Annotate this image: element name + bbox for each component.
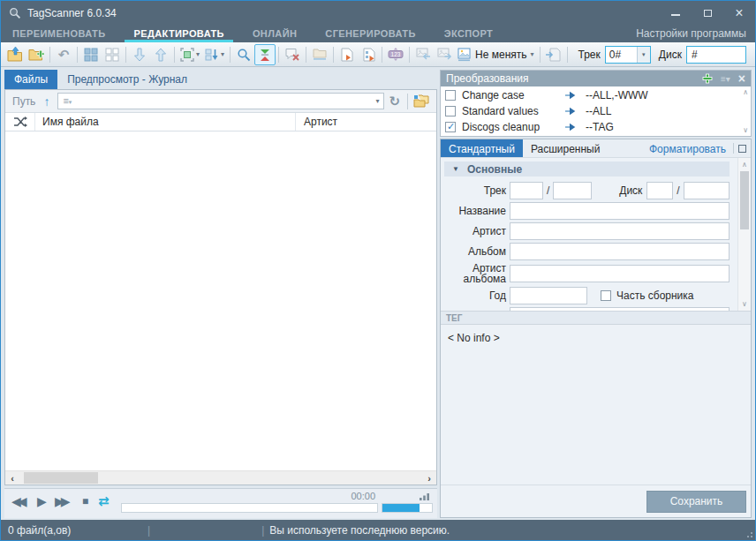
transform-checkbox[interactable]	[445, 122, 456, 132]
import-cover-button[interactable]	[412, 44, 434, 65]
track-pattern-combo[interactable]: 0# ▾	[605, 46, 651, 64]
preview-doc-button[interactable]	[336, 44, 358, 65]
tab-standard[interactable]: Стандартный	[441, 139, 523, 157]
volume-slider[interactable]	[382, 503, 433, 513]
vscroll-thumb[interactable]	[740, 171, 749, 229]
transform-checkbox[interactable]	[445, 106, 456, 116]
folder-tree-button[interactable]	[411, 93, 432, 110]
menu-export[interactable]: ЭКСПОРТ	[442, 25, 496, 42]
path-menu-icon[interactable]: ≡▾	[63, 96, 72, 106]
chevron-down-icon[interactable]: ▾	[375, 97, 379, 105]
file-list[interactable]	[5, 131, 436, 470]
fast-forward-button[interactable]: ▶▶	[55, 495, 66, 507]
album-artist-input[interactable]	[510, 265, 730, 282]
album-artist-row: Артист альбома	[444, 263, 730, 284]
menu-edit[interactable]: РЕДАКТИРОВАТЬ	[131, 25, 226, 42]
path-combo[interactable]: ≡▾ ▾	[57, 93, 384, 109]
repeat-icon[interactable]: ⇄	[98, 494, 110, 507]
resize-grip[interactable]	[745, 530, 752, 537]
menu-settings[interactable]: Настройки программы	[636, 25, 746, 42]
album-input[interactable]	[510, 243, 730, 260]
scroll-right-icon[interactable]: ›	[422, 471, 436, 485]
artist-input[interactable]	[510, 222, 730, 240]
tab-files[interactable]: Файлы	[4, 70, 57, 89]
refresh-icon[interactable]: ↻	[389, 94, 400, 109]
transforms-menu-icon[interactable]: ≡▾	[721, 74, 730, 84]
arrow-down-icon	[133, 48, 146, 62]
tag-section-bar[interactable]: ТЕГ	[441, 311, 751, 325]
autonumber-button[interactable]: 123	[385, 44, 406, 65]
search-button[interactable]	[233, 44, 254, 65]
panel-expand-icon[interactable]	[738, 145, 746, 153]
disc-number-input[interactable]	[646, 182, 673, 199]
year-input[interactable]	[510, 287, 587, 304]
play-button[interactable]: ▶	[37, 495, 47, 507]
add-folder-button[interactable]	[26, 44, 47, 65]
column-header-filename[interactable]: Имя файла	[35, 113, 296, 131]
menu-online[interactable]: ОНЛАЙН	[250, 25, 299, 42]
check-order-button[interactable]: ▾	[202, 44, 227, 65]
seek-bar[interactable]	[121, 503, 378, 513]
preview-list-button[interactable]	[358, 44, 379, 65]
scroll-down-icon[interactable]: ∨	[738, 298, 751, 310]
selection-menu-button[interactable]: ▾	[178, 44, 202, 65]
transform-row[interactable]: Discogs cleanup --TAG	[441, 119, 751, 135]
column-header-artist[interactable]: Артист	[296, 113, 436, 131]
deselect-button[interactable]	[102, 44, 123, 65]
menu-generate[interactable]: СГЕНЕРИРОВАТЬ	[322, 25, 418, 42]
format-link[interactable]: Форматировать	[643, 139, 732, 157]
doc-list-play-icon	[362, 48, 375, 62]
save-button[interactable]: Сохранить	[646, 491, 746, 513]
cover-mode-icon	[457, 48, 472, 62]
transform-row[interactable]: Standard values --ALL	[441, 103, 751, 119]
transforms-close-icon[interactable]: ×	[738, 72, 745, 85]
compilation-checkbox[interactable]	[601, 290, 611, 301]
cover-mode-dropdown[interactable]: Не менять ▾	[455, 44, 537, 65]
scroll-left-icon[interactable]: ‹	[5, 471, 19, 485]
title-input[interactable]	[510, 202, 730, 220]
scroll-up-icon[interactable]: ∧	[738, 159, 751, 170]
add-transform-icon[interactable]	[702, 73, 713, 84]
disc-pattern-input[interactable]: #	[686, 46, 746, 64]
transform-value: --ALL,-WWW	[586, 89, 648, 101]
maximize-button[interactable]	[692, 1, 723, 25]
sort-toggle-button[interactable]	[254, 44, 276, 65]
track-number-input[interactable]	[510, 182, 543, 199]
artist-label: Артист	[444, 226, 506, 237]
shuffle-column-header[interactable]	[5, 113, 35, 131]
remove-comment-button[interactable]	[282, 44, 303, 65]
hscroll-thumb[interactable]	[24, 472, 98, 484]
transform-row[interactable]: Change case --ALL,-WWW	[441, 87, 751, 103]
scroll-up-icon[interactable]: ∧	[743, 88, 748, 96]
export-cover-button[interactable]	[434, 44, 455, 65]
select-all-button[interactable]	[80, 44, 102, 65]
folder-up-icon[interactable]: ↑	[43, 94, 49, 109]
undo-button[interactable]: ↶	[53, 44, 74, 65]
stop-button[interactable]: ■	[82, 496, 88, 507]
transform-checkbox[interactable]	[445, 90, 456, 101]
transforms-panel: Преобразования ≡▾ × Change case	[440, 70, 752, 137]
disc-total-input[interactable]	[684, 182, 730, 199]
move-down-button[interactable]	[129, 44, 150, 65]
section-main-header[interactable]: ▼ Основные	[444, 162, 730, 177]
track-total-input[interactable]	[553, 182, 592, 199]
open-folder-button[interactable]	[4, 44, 26, 65]
shuffle-icon	[13, 116, 27, 127]
genre-select[interactable]: ▾	[510, 307, 730, 311]
tag-info-text: < No info >	[441, 325, 751, 485]
rewind-button[interactable]: ◀◀	[11, 495, 23, 507]
editor-vscrollbar[interactable]: ∧ ∨	[737, 158, 751, 311]
menu-rename[interactable]: ПЕРЕИМЕНОВАТЬ	[10, 25, 108, 42]
folder-browse-button[interactable]	[309, 44, 330, 65]
close-button[interactable]: ×	[723, 1, 755, 25]
open-folder-icon	[7, 47, 23, 62]
tab-advanced[interactable]: Расширенный	[523, 139, 609, 157]
move-up-button[interactable]	[150, 44, 171, 65]
minimize-button[interactable]	[660, 1, 692, 25]
file-list-hscrollbar[interactable]: ‹ ›	[5, 470, 436, 485]
tab-preview-log[interactable]: Предпросмотр - Журнал	[57, 70, 197, 89]
apply-list-button[interactable]	[543, 44, 564, 65]
artist-row: Артист	[444, 222, 730, 240]
scroll-down-icon[interactable]: ∨	[743, 126, 748, 134]
chevron-down-icon[interactable]: ▾	[637, 47, 650, 63]
